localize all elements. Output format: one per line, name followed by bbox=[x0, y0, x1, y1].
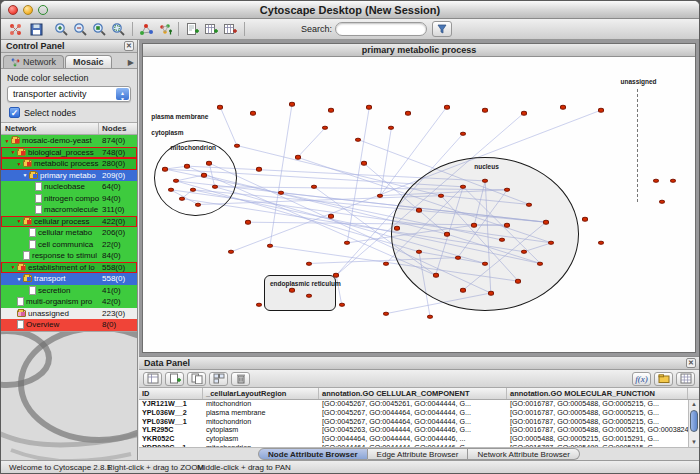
network-node[interactable] bbox=[184, 164, 190, 169]
formula-builder-icon[interactable]: f(x) bbox=[632, 372, 651, 386]
network-node[interactable] bbox=[256, 303, 262, 308]
search-input[interactable] bbox=[335, 22, 427, 36]
attribute-folder-icon[interactable] bbox=[654, 372, 673, 386]
tree-row[interactable]: ▼primary metabo209(0) bbox=[1, 170, 137, 182]
network-node[interactable] bbox=[245, 220, 251, 225]
network-node[interactable] bbox=[521, 249, 527, 254]
table-scrollbar[interactable]: ▲ ▼ bbox=[688, 400, 699, 447]
attribute-batch-icon[interactable] bbox=[209, 372, 228, 386]
network-node[interactable] bbox=[339, 303, 345, 308]
network-node[interactable] bbox=[653, 179, 659, 184]
tab-overflow-icon[interactable]: ▶ bbox=[128, 58, 134, 67]
delete-attribute-icon[interactable] bbox=[231, 372, 250, 386]
network-node[interactable] bbox=[306, 261, 312, 266]
scroll-down-icon[interactable]: ▼ bbox=[689, 438, 699, 447]
network-node[interactable] bbox=[499, 238, 505, 243]
tab-node-attribute-browser[interactable]: Node Attribute Browser bbox=[258, 448, 368, 460]
network-node[interactable] bbox=[234, 143, 240, 148]
expander-icon[interactable]: ▼ bbox=[9, 149, 17, 155]
network-window-titlebar[interactable]: primary metabolic process bbox=[143, 44, 695, 57]
select-nodes-checkbox[interactable]: ✓ bbox=[9, 107, 20, 118]
network-node[interactable] bbox=[212, 185, 218, 190]
network-node[interactable] bbox=[444, 232, 450, 237]
table-row[interactable]: YDR039C__1mitochondrion[GO:0044464, GO:0… bbox=[139, 444, 699, 447]
tree-row[interactable]: cellular metabo206(0) bbox=[1, 227, 137, 239]
tab-mosaic[interactable]: Mosaic bbox=[65, 55, 112, 68]
network-node[interactable] bbox=[488, 291, 494, 296]
network-node[interactable] bbox=[416, 208, 422, 213]
network-node[interactable] bbox=[383, 261, 389, 266]
network-node[interactable] bbox=[504, 188, 510, 193]
network-node[interactable] bbox=[515, 279, 521, 284]
create-attribute-icon[interactable] bbox=[165, 372, 184, 386]
copy-attribute-icon[interactable] bbox=[187, 372, 206, 386]
import-network-icon[interactable] bbox=[184, 21, 201, 38]
network-node[interactable] bbox=[455, 255, 461, 260]
table-row[interactable]: YPL036W__2plasma membrane[GO:0045267, GO… bbox=[139, 409, 699, 418]
network-node[interactable] bbox=[278, 190, 284, 195]
network-node[interactable] bbox=[598, 108, 604, 113]
tree-row[interactable]: macromolecule311(0) bbox=[1, 204, 137, 216]
tree-row[interactable]: ▼cellular process422(0) bbox=[1, 216, 137, 228]
tree-row[interactable]: multi-organism pro42(0) bbox=[1, 296, 137, 308]
network-node[interactable] bbox=[228, 249, 234, 254]
expander-icon[interactable]: ▼ bbox=[15, 276, 23, 282]
network-node[interactable] bbox=[173, 179, 179, 184]
network-node[interactable] bbox=[394, 226, 400, 231]
table-row[interactable]: YKR052Ccytoplasm[GO:0044464, GO:0044444,… bbox=[139, 435, 699, 444]
first-neighbors-icon[interactable] bbox=[138, 21, 155, 38]
tree-col-nodes[interactable]: Nodes bbox=[99, 123, 137, 134]
network-node[interactable] bbox=[289, 288, 295, 293]
network-node[interactable] bbox=[482, 108, 488, 113]
network-node[interactable] bbox=[438, 193, 444, 198]
color-attribute-dropdown[interactable]: transporter activity ▲▼ bbox=[7, 86, 131, 102]
tree-row[interactable]: nucleobase64(0) bbox=[1, 181, 137, 193]
network-node[interactable] bbox=[311, 185, 317, 190]
network-node[interactable] bbox=[482, 179, 488, 184]
column-header-region[interactable]: _cellularLayoutRegion bbox=[203, 388, 319, 399]
network-node[interactable] bbox=[388, 126, 394, 131]
attribute-select-icon[interactable] bbox=[143, 372, 162, 386]
tree-row[interactable]: secretion41(0) bbox=[1, 285, 137, 297]
network-node[interactable] bbox=[355, 137, 361, 142]
network-node[interactable] bbox=[598, 241, 604, 246]
import-table-icon[interactable] bbox=[203, 21, 220, 38]
tree-row[interactable]: cell communica22(0) bbox=[1, 239, 137, 251]
zoom-out-icon[interactable] bbox=[72, 21, 89, 38]
tree-row[interactable]: ▼metabolic process280(0) bbox=[1, 158, 137, 170]
network-node[interactable] bbox=[521, 111, 527, 116]
network-node[interactable] bbox=[543, 220, 549, 225]
network-node[interactable] bbox=[306, 294, 312, 299]
network-node[interactable] bbox=[361, 161, 367, 166]
scroll-up-icon[interactable]: ▲ bbox=[689, 400, 699, 409]
network-node[interactable] bbox=[460, 288, 466, 293]
network-node[interactable] bbox=[201, 173, 207, 178]
column-header-cellular-component[interactable]: annotation.GO CELLULAR_COMPONENT bbox=[319, 388, 507, 399]
network-node[interactable] bbox=[670, 179, 676, 184]
network-node[interactable] bbox=[537, 261, 543, 266]
network-node[interactable] bbox=[548, 241, 554, 246]
search-options-icon[interactable] bbox=[432, 21, 452, 37]
attribute-grid-icon[interactable] bbox=[676, 372, 695, 386]
column-header-id[interactable]: ID bbox=[139, 388, 203, 399]
table-row[interactable]: YJR121W__1mitochondrion[GO:0045267, GO:0… bbox=[139, 400, 699, 409]
zoom-fit-icon[interactable] bbox=[91, 21, 108, 38]
network-node[interactable] bbox=[482, 261, 488, 266]
tree-row[interactable]: ▼biological_process748(0) bbox=[1, 147, 137, 159]
network-node[interactable] bbox=[162, 167, 168, 172]
tab-network[interactable]: Network bbox=[3, 55, 64, 68]
network-node[interactable] bbox=[405, 111, 411, 116]
network-node[interactable] bbox=[217, 105, 223, 110]
data-panel-close-icon[interactable]: ✕ bbox=[686, 358, 696, 368]
tree-row[interactable]: unassigned223(0) bbox=[1, 308, 137, 320]
import-attributes-icon[interactable] bbox=[222, 21, 239, 38]
network-node[interactable] bbox=[460, 185, 466, 190]
network-node[interactable] bbox=[526, 202, 532, 207]
scrollbar-thumb[interactable] bbox=[690, 410, 698, 432]
create-view-icon[interactable] bbox=[157, 21, 174, 38]
tree-row[interactable]: ▼establishment of lo558(0) bbox=[1, 262, 137, 274]
window-titlebar[interactable]: Cytoscape Desktop (New Session) bbox=[1, 1, 699, 19]
network-node[interactable] bbox=[179, 196, 185, 201]
column-header-molecular-function[interactable]: annotation.GO MOLECULAR_FUNCTION bbox=[507, 388, 688, 399]
overview-thumbnail[interactable] bbox=[1, 331, 137, 460]
